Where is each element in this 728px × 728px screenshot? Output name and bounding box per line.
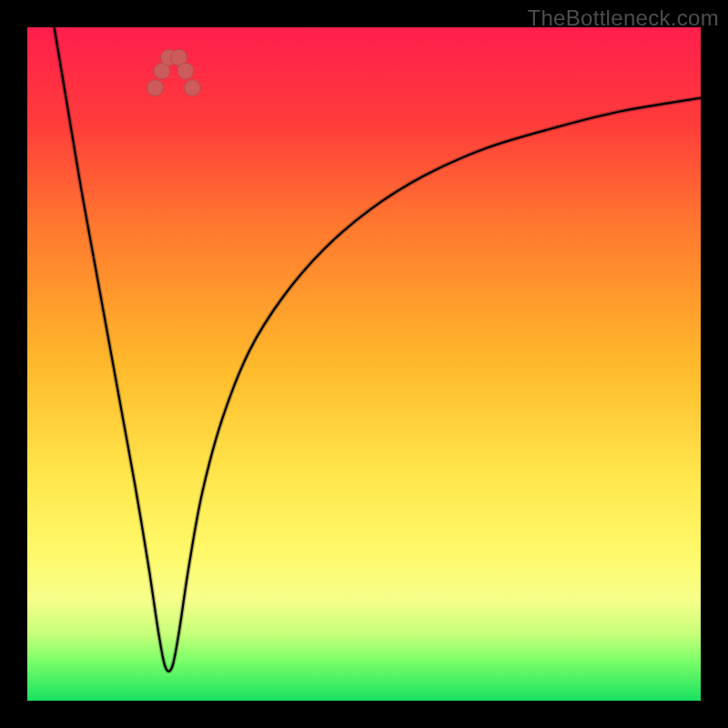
curve-layer — [27, 27, 701, 701]
watermark-text: TheBottleneck.com — [527, 5, 719, 31]
plot-area — [27, 27, 701, 701]
optimal-marker — [147, 80, 164, 96]
optimal-marker — [177, 63, 194, 79]
marker-group — [147, 49, 201, 96]
optimal-marker — [184, 80, 200, 96]
outer-frame: TheBottleneck.com — [0, 0, 728, 728]
bottleneck-curve-shadow — [55, 27, 701, 672]
